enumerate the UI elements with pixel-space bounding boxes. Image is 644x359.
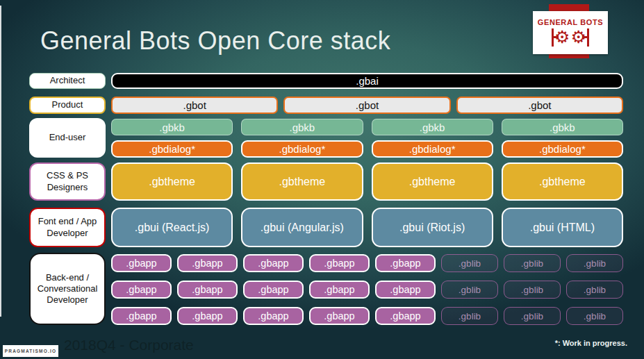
stack-box-gbapp: .gbapp	[243, 307, 304, 325]
stack-box-gbot: .gbot	[456, 97, 623, 114]
stack-box-gblib: .gblib	[566, 254, 623, 272]
stack-box-gbkb: .gbkb	[111, 119, 233, 135]
row-gbkb: .gbkb .gbkb .gbkb .gbkb	[111, 119, 623, 135]
general-bots-logo: GENERAL BOTS ⚙ ⚙	[533, 11, 608, 54]
role-label-frontend-app-developer: Font end / App Developer	[29, 208, 106, 247]
gears-icon: ⚙ ⚙	[552, 27, 589, 48]
stack-box-gblib: .gblib	[504, 307, 561, 325]
row-gbai: .gbai	[111, 73, 623, 89]
stack-box-gbapp: .gbapp	[309, 281, 370, 299]
stack-box-gbapp: .gbapp	[111, 254, 172, 272]
stack-box-gbkb: .gbkb	[372, 119, 493, 135]
footer-date-label: 2018Q4 - Corporate	[64, 337, 194, 353]
stack-box-gbapp: .gbapp	[375, 281, 436, 299]
role-label-architect: Architect	[29, 73, 106, 89]
stack-box-gbtheme: .gbtheme	[502, 162, 623, 201]
stack-box-gbui-riot: .gbui (Riot.js)	[372, 208, 493, 247]
gear-bar-right	[587, 28, 589, 47]
stack-box-gbdialog: .gbdialog*	[241, 140, 363, 158]
role-label-backend-conversational-developer: Back-end / Conversational Developer	[29, 253, 106, 325]
logo-brand-text: GENERAL BOTS	[538, 18, 603, 26]
role-label-product: Product	[29, 97, 106, 114]
stack-box-gbapp: .gbapp	[375, 254, 436, 272]
row-gbdialog: .gbdialog* .gbdialog* .gbdialog* .gbdial…	[111, 140, 623, 158]
stack-box-gblib: .gblib	[504, 254, 561, 272]
stack-box-gbapp: .gbapp	[177, 307, 238, 325]
stack-box-gbui-angular: .gbui (Angular.js)	[241, 208, 363, 247]
row-gbapp-1: .gbapp .gbapp .gbapp .gbapp .gbapp .gbli…	[111, 254, 623, 272]
stack-box-gbtheme: .gbtheme	[111, 162, 233, 201]
row-gbapp-2: .gbapp .gbapp .gbapp .gbapp .gbapp .gbli…	[111, 281, 623, 299]
stack-box-gbkb: .gbkb	[502, 119, 623, 135]
stack-box-gbui-react: .gbui (React.js)	[111, 208, 233, 247]
row-gbui: .gbui (React.js) .gbui (Angular.js) .gbu…	[111, 208, 623, 247]
stack-box-gbapp: .gbapp	[111, 281, 172, 299]
page-title: General Bots Open Core stack	[40, 26, 390, 56]
row-gbapp-3: .gbapp .gbapp .gbapp .gbapp .gbapp .gbli…	[111, 307, 623, 325]
stack-box-gbdialog: .gbdialog*	[372, 140, 493, 158]
stack-box-gbapp: .gbapp	[375, 307, 436, 325]
slide-left-edge-line	[0, 6, 1, 317]
gear-bar-left	[552, 28, 554, 47]
role-label-css-ps-designers: CSS & PS Designers	[29, 162, 106, 201]
stack-box-gblib: .gblib	[566, 281, 623, 299]
stack-box-gbapp: .gbapp	[243, 281, 304, 299]
stack-box-gbui-html: .gbui (HTML)	[502, 208, 623, 247]
role-label-end-user: End-user	[29, 118, 106, 158]
stack-box-gblib: .gblib	[441, 254, 498, 272]
stack-box-gblib: .gblib	[504, 281, 561, 299]
stack-box-gbapp: .gbapp	[177, 281, 238, 299]
stack-box-gbapp: .gbapp	[177, 254, 238, 272]
work-in-progress-footnote: *: Work in progress.	[555, 339, 627, 347]
stack-box-gblib: .gblib	[441, 307, 498, 325]
row-gbot: .gbot .gbot .gbot	[111, 97, 623, 114]
stack-box-gbapp: .gbapp	[111, 307, 172, 325]
stack-box-gbot: .gbot	[111, 97, 278, 114]
stack-box-gbapp: .gbapp	[309, 254, 370, 272]
pragmatismo-watermark: PRAGMATISMO.IO	[3, 345, 58, 357]
stack-box-gblib: .gblib	[566, 307, 623, 325]
stack-box-gbtheme: .gbtheme	[372, 162, 493, 201]
stack-box-gbapp: .gbapp	[243, 254, 304, 272]
stack-box-gbdialog: .gbdialog*	[111, 140, 233, 158]
row-gbtheme: .gbtheme .gbtheme .gbtheme .gbtheme	[111, 162, 623, 201]
stack-box-gbtheme: .gbtheme	[241, 162, 363, 201]
stack-box-gbdialog: .gbdialog*	[502, 140, 623, 158]
stack-box-gbai: .gbai	[111, 73, 623, 89]
stack-box-gbapp: .gbapp	[309, 307, 370, 325]
stack-box-gbkb: .gbkb	[241, 119, 363, 135]
slide: General Bots Open Core stack GENERAL BOT…	[0, 0, 644, 359]
stack-box-gbot: .gbot	[283, 97, 450, 114]
stack-box-gblib: .gblib	[441, 281, 498, 299]
